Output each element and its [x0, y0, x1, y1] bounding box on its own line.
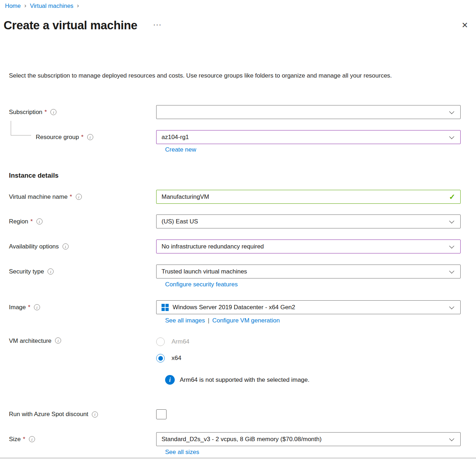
vm-architecture-label-group: VM architecture i [0, 336, 156, 363]
vm-name-label-group: Virtual machine name * i [0, 190, 156, 204]
security-type-label-group: Security type i [0, 265, 156, 278]
info-icon[interactable]: i [92, 411, 98, 418]
azure-spot-row: Run with Azure Spot discount i [0, 408, 476, 421]
radio-option-label: Arm64 [172, 338, 189, 345]
info-icon[interactable]: i [50, 109, 56, 115]
region-value: (US) East US [162, 218, 198, 225]
page-title: Create a virtual machine [4, 19, 137, 32]
vm-architecture-radio-group: Arm64 x64 [156, 336, 189, 363]
more-options-icon[interactable]: ··· [153, 20, 162, 29]
info-icon[interactable]: i [36, 218, 43, 224]
info-icon[interactable]: i [55, 337, 61, 344]
chevron-down-icon [449, 218, 454, 223]
region-label: Region [9, 218, 28, 225]
radio-option-arm64: Arm64 [156, 337, 189, 346]
valid-check-icon: ✓ [449, 193, 455, 201]
breadcrumb-virtual-machines[interactable]: Virtual machines [30, 3, 74, 9]
region-row: Region * i (US) East US [0, 214, 476, 228]
chevron-down-icon [449, 304, 454, 309]
info-icon[interactable]: i [87, 134, 93, 140]
size-label: Size [9, 436, 21, 443]
azure-spot-label-group: Run with Azure Spot discount i [0, 411, 156, 418]
title-row: Create a virtual machine ··· ✕ [0, 19, 476, 32]
size-label-group: Size * i [0, 432, 156, 446]
size-value: Standard_D2s_v3 - 2 vcpus, 8 GiB memory … [162, 436, 322, 443]
subscription-row: Subscription * i [0, 105, 476, 119]
vm-architecture-label: VM architecture [9, 337, 51, 345]
radio-option-x64[interactable]: x64 [156, 354, 189, 363]
info-filled-icon: i [165, 375, 175, 385]
radio-button-icon [156, 337, 165, 346]
availability-options-label: Availability options [9, 243, 59, 250]
see-all-images-link[interactable]: See all images [165, 317, 205, 324]
security-type-value: Trusted launch virtual machines [162, 268, 247, 275]
image-value: Windows Server 2019 Datacenter - x64 Gen… [173, 304, 295, 311]
required-asterisk: * [70, 193, 72, 201]
configure-vm-generation-link[interactable]: Configure VM generation [212, 317, 280, 324]
intro-text: Select the subscription to manage deploy… [9, 70, 462, 81]
vm-name-value: ManufacturingVM [162, 193, 209, 201]
arch-info-text: Arm64 is not supported with the selected… [180, 376, 309, 384]
security-type-label: Security type [9, 268, 44, 275]
security-type-row: Security type i Trusted launch virtual m… [0, 265, 476, 278]
subscription-dropdown[interactable] [156, 105, 461, 119]
image-dropdown[interactable]: Windows Server 2019 Datacenter - x64 Gen… [156, 300, 461, 314]
resource-group-dropdown[interactable]: az104-rg1 [156, 130, 461, 144]
radio-button-selected-icon[interactable] [156, 354, 165, 362]
instance-details-heading: Instance details [9, 172, 59, 179]
availability-options-dropdown[interactable]: No infrastructure redundancy required [156, 240, 461, 253]
resource-group-row: Resource group * i az104-rg1 [0, 130, 476, 144]
chevron-right-icon: › [24, 2, 26, 9]
chevron-down-icon [449, 243, 454, 248]
info-icon[interactable]: i [34, 304, 40, 310]
image-label: Image [9, 304, 26, 311]
required-asterisk: * [45, 109, 47, 116]
radio-option-label: x64 [172, 355, 181, 362]
availability-options-value: No infrastructure redundancy required [162, 243, 264, 250]
required-asterisk: * [30, 218, 33, 225]
resource-group-value: az104-rg1 [162, 134, 189, 141]
breadcrumb: Home › Virtual machines › [5, 2, 83, 9]
info-icon[interactable]: i [48, 268, 54, 275]
required-asterisk: * [23, 436, 25, 443]
info-icon[interactable]: i [76, 194, 82, 200]
resource-group-label-group: Resource group * i [0, 130, 156, 144]
chevron-down-icon [449, 268, 454, 273]
chevron-down-icon [449, 109, 454, 114]
chevron-down-icon [449, 436, 454, 441]
subscription-label-group: Subscription * i [0, 105, 156, 119]
subscription-label: Subscription [9, 109, 43, 116]
availability-options-label-group: Availability options i [0, 240, 156, 253]
vm-architecture-row: VM architecture i Arm64 x64 [0, 336, 476, 363]
chevron-down-icon [449, 134, 454, 139]
region-dropdown[interactable]: (US) East US [156, 214, 461, 228]
region-label-group: Region * i [0, 214, 156, 228]
bottom-divider [0, 457, 476, 459]
see-all-sizes-link[interactable]: See all sizes [165, 449, 199, 456]
info-icon[interactable]: i [63, 243, 69, 250]
azure-spot-label: Run with Azure Spot discount [9, 411, 88, 418]
vm-name-label: Virtual machine name [9, 193, 68, 201]
size-row: Size * i Standard_D2s_v3 - 2 vcpus, 8 Gi… [0, 432, 476, 446]
create-new-resource-group-link[interactable]: Create new [165, 146, 196, 153]
resource-group-label: Resource group [36, 134, 79, 141]
vm-name-row: Virtual machine name * i ManufacturingVM… [0, 190, 476, 204]
breadcrumb-home[interactable]: Home [5, 3, 21, 9]
availability-options-row: Availability options i No infrastructure… [0, 240, 476, 253]
link-divider: | [208, 317, 209, 324]
close-icon[interactable]: ✕ [462, 21, 468, 29]
windows-logo-icon [162, 304, 169, 311]
vm-name-input[interactable]: ManufacturingVM ✓ [156, 190, 461, 204]
security-type-dropdown[interactable]: Trusted launch virtual machines [156, 265, 461, 278]
azure-spot-checkbox[interactable] [156, 409, 167, 419]
info-icon[interactable]: i [29, 436, 35, 442]
image-label-group: Image * i [0, 300, 156, 314]
chevron-right-icon: › [77, 2, 79, 9]
image-links-row: See all images | Configure VM generation [165, 317, 280, 324]
arch-info-message: i Arm64 is not supported with the select… [165, 375, 309, 385]
required-asterisk: * [81, 134, 84, 141]
size-dropdown[interactable]: Standard_D2s_v3 - 2 vcpus, 8 GiB memory … [156, 432, 461, 446]
required-asterisk: * [28, 304, 30, 311]
image-row: Image * i Windows Server 2019 Datacenter… [0, 300, 476, 314]
configure-security-features-link[interactable]: Configure security features [165, 281, 238, 288]
